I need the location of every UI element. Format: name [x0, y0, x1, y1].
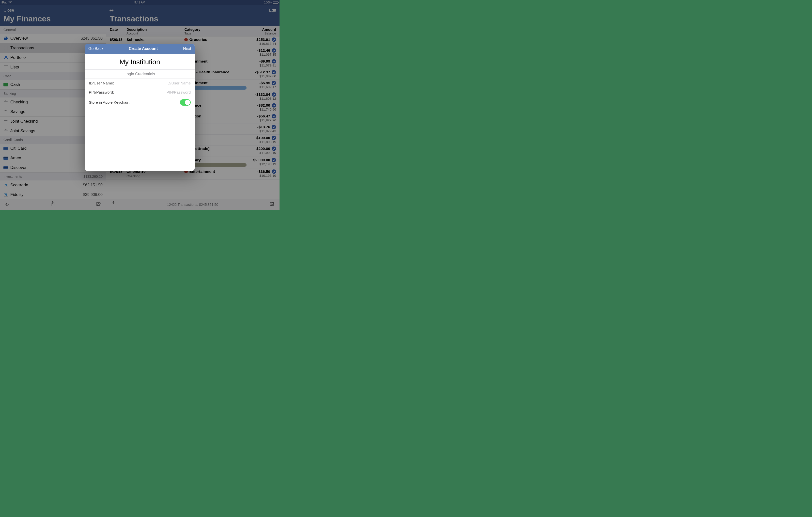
modal-overlay[interactable]: Go Back Create Account Next My Instituti… — [0, 0, 280, 210]
keychain-row: Store in Apple Keychain: — [85, 97, 195, 108]
username-input[interactable] — [135, 81, 191, 85]
ipad-screen: iPad 9:41 AM 100% Close My Finances Gene… — [0, 0, 280, 210]
password-label: PIN/Password: — [89, 90, 114, 94]
go-back-button[interactable]: Go Back — [88, 47, 103, 51]
login-section-header: Login Credentials — [85, 70, 195, 79]
username-row: ID/User Name: — [85, 79, 195, 88]
keychain-toggle[interactable] — [180, 99, 191, 106]
next-button[interactable]: Next — [183, 47, 191, 51]
password-row: PIN/Password: — [85, 88, 195, 97]
username-label: ID/User Name: — [89, 81, 114, 85]
modal-header: Go Back Create Account Next — [85, 44, 195, 54]
modal-title: Create Account — [129, 47, 158, 51]
keychain-label: Store in Apple Keychain: — [89, 100, 130, 105]
institution-name: My Institution — [85, 58, 195, 66]
password-input[interactable] — [135, 90, 191, 94]
create-account-modal: Go Back Create Account Next My Instituti… — [85, 44, 195, 171]
